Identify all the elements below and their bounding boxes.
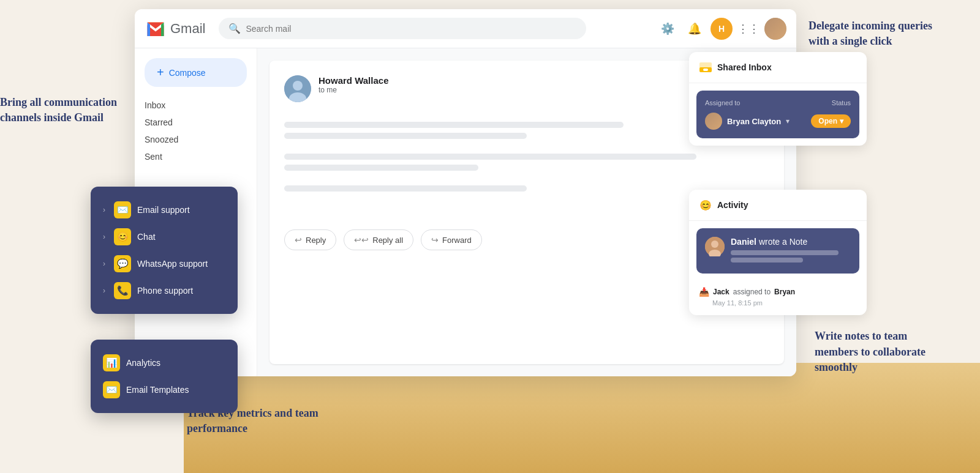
activity-timestamp: May 11, 8:15 pm	[712, 299, 857, 307]
forward-label: Forward	[442, 236, 472, 245]
search-input[interactable]	[246, 24, 576, 34]
assigned-person-name: Bryan Clayton	[727, 117, 781, 126]
reply-label: Reply	[306, 236, 326, 245]
reply-all-button[interactable]: ↩↩ Reply all	[344, 229, 413, 250]
email-line-5	[284, 185, 527, 192]
search-icon: 🔍	[228, 23, 241, 34]
channel-chevron-whatsapp: ›	[103, 259, 105, 268]
sender-info: Howard Wallace to me	[318, 75, 388, 94]
assign-inbox-icon: 📥	[699, 287, 709, 297]
activity-note-card: Daniel wrote a Note	[696, 228, 859, 274]
notifications-icon[interactable]: 🔔	[684, 18, 706, 40]
tool-email-templates-label: Email Templates	[126, 385, 189, 395]
compose-button[interactable]: + Compose	[145, 58, 247, 87]
activity-header: 😊 Activity	[689, 190, 867, 221]
topbar-icons: ⚙️ 🔔 H ⋮⋮	[657, 18, 786, 40]
forward-icon: ↪	[431, 235, 439, 245]
shared-inbox-icon	[699, 61, 712, 74]
channel-phone-label: Phone support	[137, 286, 193, 296]
gmail-logo: Gmail	[145, 18, 205, 40]
assign-action-text: assigned to	[733, 288, 771, 296]
reply-all-label: Reply all	[372, 236, 403, 245]
annotation-topright: Delegate incoming queries with a single …	[809, 18, 943, 49]
status-label: Status	[832, 99, 851, 106]
email-line-1	[284, 122, 624, 128]
email-to: to me	[318, 86, 388, 94]
activity-icon: 😊	[699, 198, 712, 212]
annotation-bottomright: Write notes to team members to collabora…	[815, 329, 949, 375]
note-author-avatar	[705, 237, 725, 256]
channel-item-whatsapp[interactable]: › 💬 WhatsApp support	[103, 250, 225, 277]
shared-inbox-panel: Shared Inbox Assigned to Status Bryan Cl…	[689, 52, 867, 146]
channel-item-email[interactable]: › ✉️ Email support	[103, 196, 225, 223]
email-line-3	[284, 154, 696, 160]
channel-item-phone[interactable]: › 📞 Phone support	[103, 277, 225, 304]
chevron-down-icon: ▾	[786, 117, 790, 125]
assigned-header: Assigned to Status	[705, 99, 851, 106]
status-badge[interactable]: Open ▾	[811, 114, 851, 128]
sidebar-item-inbox[interactable]: Inbox	[135, 97, 257, 114]
note-author-name: Daniel	[731, 237, 756, 247]
assigned-row: Bryan Clayton ▾ Open ▾	[705, 113, 851, 130]
user-avatar[interactable]	[764, 18, 786, 40]
gmail-logo-icon	[145, 18, 167, 40]
hiver-icon[interactable]: H	[710, 18, 733, 40]
forward-button[interactable]: ↪ Forward	[421, 229, 482, 250]
email-line-4	[284, 165, 478, 171]
compose-label: Compose	[169, 68, 206, 78]
channel-chat-label: Chat	[137, 232, 156, 242]
phone-support-icon: 📞	[114, 282, 131, 299]
sidebar-item-snoozed[interactable]: Snoozed	[135, 131, 257, 148]
channel-chevron-chat: ›	[103, 233, 105, 241]
note-title: Daniel wrote a Note	[731, 237, 851, 247]
analytics-icon: 📊	[103, 354, 120, 371]
activity-panel: 😊 Activity Daniel wrote a Note 📥 Jack as…	[689, 190, 867, 315]
email-templates-icon: ✉️	[103, 381, 120, 398]
note-action: wrote a Note	[759, 237, 807, 247]
tool-item-analytics[interactable]: 📊 Analytics	[103, 349, 225, 376]
note-line-1	[731, 250, 839, 255]
settings-icon[interactable]: ⚙️	[657, 18, 679, 40]
channel-whatsapp-label: WhatsApp support	[137, 259, 208, 269]
tools-card: 📊 Analytics ✉️ Email Templates	[91, 340, 238, 413]
assign-from-name: Jack	[713, 288, 729, 296]
sidebar-item-starred[interactable]: Starred	[135, 114, 257, 131]
activity-emoji-icon: 😊	[699, 199, 712, 211]
activity-title: Activity	[717, 200, 748, 210]
tool-analytics-label: Analytics	[126, 358, 160, 368]
status-chevron-icon: ▾	[840, 117, 843, 125]
inbox-svg-icon	[699, 62, 712, 72]
shared-inbox-title: Shared Inbox	[717, 62, 772, 72]
channel-chevron-phone: ›	[103, 286, 105, 295]
sidebar-item-sent[interactable]: Sent	[135, 148, 257, 165]
channel-item-chat[interactable]: › 😊 Chat	[103, 223, 225, 250]
shared-inbox-header: Shared Inbox	[689, 52, 867, 83]
compose-plus-icon: +	[157, 65, 164, 80]
assigned-person-avatar	[705, 113, 722, 130]
reply-icon: ↩	[295, 235, 302, 245]
assigned-to-label: Assigned to	[705, 99, 740, 106]
note-avatar-img	[705, 237, 725, 256]
status-text: Open	[818, 117, 837, 125]
channel-chevron-email: ›	[103, 206, 105, 214]
channels-card: › ✉️ Email support › 😊 Chat › 💬 WhatsApp…	[91, 187, 238, 314]
reply-button[interactable]: ↩ Reply	[284, 229, 336, 250]
email-spacer2	[284, 176, 769, 181]
chat-icon: 😊	[114, 228, 131, 245]
sender-name: Howard Wallace	[318, 75, 388, 86]
activity-assign-row: 📥 Jack assigned to Bryan	[699, 287, 857, 297]
gmail-search-bar[interactable]: 🔍	[219, 18, 586, 39]
sender-avatar	[284, 75, 311, 102]
assigned-person[interactable]: Bryan Clayton ▾	[705, 113, 790, 130]
svg-rect-5	[703, 69, 708, 71]
note-line-2	[731, 258, 803, 263]
apps-icon[interactable]: ⋮⋮	[737, 18, 760, 40]
gmail-logo-text: Gmail	[170, 21, 205, 37]
tool-item-email-templates[interactable]: ✉️ Email Templates	[103, 376, 225, 403]
annotation-topleft: Bring all communication channels inside …	[0, 95, 123, 125]
email-line-2	[284, 133, 527, 139]
sender-avatar-img	[284, 75, 311, 102]
whatsapp-icon: 💬	[114, 255, 131, 272]
note-content: Daniel wrote a Note	[731, 237, 851, 265]
email-support-icon: ✉️	[114, 201, 131, 218]
